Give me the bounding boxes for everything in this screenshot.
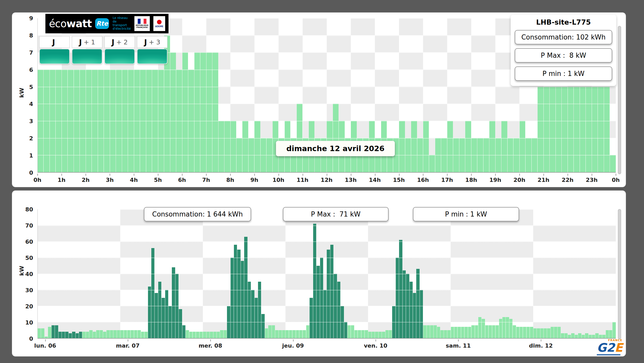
- bar: [172, 267, 175, 338]
- bar: [337, 282, 340, 338]
- bar: [320, 258, 323, 338]
- bar: [179, 309, 182, 338]
- bar: [527, 327, 530, 338]
- bar: [275, 330, 278, 338]
- bar: [203, 332, 206, 338]
- bar: [447, 330, 450, 338]
- bar: [544, 87, 549, 172]
- bar: [220, 330, 223, 338]
- bar: [509, 319, 512, 338]
- bar: [76, 333, 79, 338]
- x-tick-label: 5h: [154, 177, 162, 183]
- bar: [423, 325, 426, 338]
- bar: [106, 330, 110, 338]
- forecast-thumbnail-j1[interactable]: [72, 49, 102, 64]
- y-tick-label: 5: [29, 84, 33, 90]
- bar: [265, 328, 268, 338]
- bar: [310, 298, 313, 338]
- bar: [410, 282, 413, 338]
- daily-consumption-stat: Consommation: 102 kWh: [515, 30, 612, 44]
- forecast-thumbnail-j[interactable]: [39, 49, 70, 64]
- bar: [212, 52, 218, 172]
- bar: [98, 70, 104, 172]
- bar: [169, 306, 172, 338]
- bar: [499, 319, 502, 338]
- bar: [206, 332, 210, 338]
- bar: [254, 121, 260, 172]
- y-tick-label: 6: [29, 66, 33, 73]
- bar: [242, 121, 248, 172]
- y-tick-label: 4: [29, 101, 33, 107]
- bar: [537, 328, 540, 338]
- bar: [568, 335, 571, 338]
- bar: [365, 330, 368, 338]
- daily-x-axis: 0h1h2h3h4h5h6h7h8h9h10h11h12h13h14h15h16…: [37, 174, 616, 184]
- bar: [224, 121, 230, 172]
- bar: [602, 335, 605, 338]
- tab-j1[interactable]: J+ 1: [72, 36, 102, 64]
- y-tick-label: 1: [29, 152, 33, 159]
- bar: [589, 335, 592, 338]
- bar: [231, 121, 236, 172]
- bar: [38, 70, 43, 172]
- bar: [434, 325, 437, 338]
- bar: [210, 332, 213, 338]
- bar: [513, 325, 516, 338]
- bar: [158, 282, 161, 338]
- tab-j2[interactable]: J+ 2: [104, 36, 135, 64]
- bar: [38, 328, 41, 338]
- bar: [551, 327, 554, 338]
- bar: [100, 330, 103, 338]
- bar: [224, 330, 227, 338]
- bar: [372, 332, 375, 338]
- bar: [297, 104, 302, 172]
- tab-j[interactable]: J: [39, 36, 70, 64]
- bar: [140, 70, 146, 172]
- bar: [348, 325, 351, 338]
- bar: [561, 333, 564, 338]
- ecowatt-brand-text: écowatt: [49, 18, 92, 30]
- tab-j3-label: J+ 3: [137, 36, 167, 48]
- x-tick-label: mar. 07: [116, 342, 140, 349]
- bar: [406, 274, 409, 338]
- weekly-pmin-stat: P min : 1 kW: [413, 207, 519, 221]
- bar: [354, 330, 358, 338]
- bar: [578, 333, 581, 338]
- forecast-tabs: J J+ 1 J+ 2 J+ 3: [39, 36, 167, 64]
- bar: [261, 314, 264, 338]
- bar: [375, 332, 378, 338]
- bar: [152, 70, 158, 172]
- forecast-thumbnail-j3[interactable]: [137, 49, 167, 64]
- bar: [249, 138, 254, 172]
- bar: [399, 121, 405, 172]
- bar: [93, 332, 96, 338]
- bar: [292, 330, 295, 338]
- bar: [110, 330, 113, 338]
- tab-j3[interactable]: J+ 3: [137, 36, 167, 64]
- bar: [56, 70, 61, 172]
- bar: [116, 70, 122, 172]
- weekly-y-axis: 01020304050607080: [12, 209, 36, 339]
- bar: [231, 258, 234, 338]
- site-title: LHB-site-L775: [515, 18, 612, 26]
- daily-chart-scrollbar[interactable]: [618, 26, 621, 174]
- bar: [389, 330, 392, 338]
- date-label: dimanche 12 avril 2026: [276, 141, 395, 156]
- bar: [482, 319, 485, 338]
- bar: [582, 335, 585, 338]
- bar: [464, 327, 468, 338]
- x-tick-label: 12h: [321, 177, 332, 183]
- forecast-thumbnail-j2[interactable]: [104, 49, 135, 64]
- bar: [454, 327, 457, 338]
- bar: [117, 330, 120, 338]
- bar: [134, 70, 140, 172]
- y-tick-label: 50: [25, 255, 33, 261]
- bar: [458, 327, 461, 338]
- bar: [592, 335, 595, 338]
- bar: [165, 290, 168, 338]
- bar: [137, 330, 141, 338]
- y-tick-label: 60: [25, 239, 33, 245]
- weekly-chart-scrollbar[interactable]: [618, 209, 621, 339]
- bar: [296, 330, 299, 338]
- bar: [429, 155, 435, 172]
